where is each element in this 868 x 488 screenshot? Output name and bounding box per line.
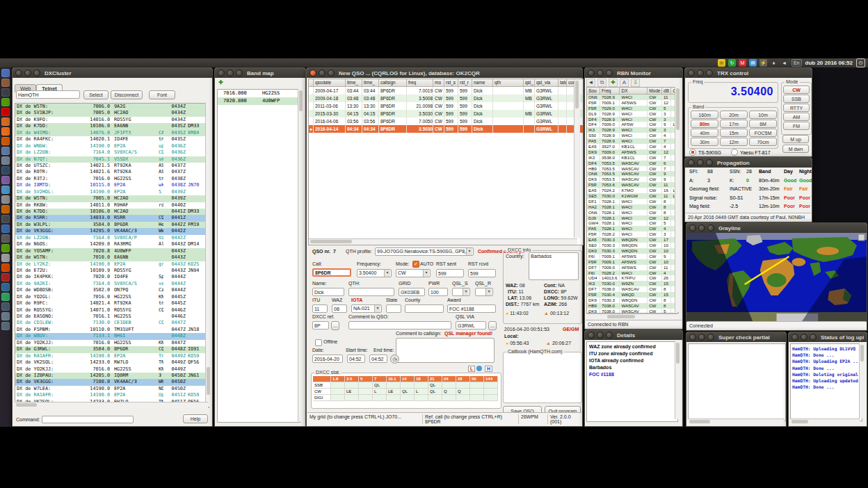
dx-spot-row[interactable]: DX de RA1AFR:14190.0EP2AUp 5. Tnx QSO!!!…	[15, 392, 209, 398]
download-icon[interactable]: ⇩	[631, 79, 640, 87]
column-header[interactable]: callsign	[379, 79, 407, 87]
dx-spot-row[interactable]: DX de G3RWL:3504.08P6DRCQ LONELY0448ZIO9…	[15, 346, 209, 352]
dx-spot-row[interactable]: DX de RK8W:14011.0R9HAFrda:TO.030440Z	[15, 202, 209, 209]
dx-spot-row[interactable]: DX de RO55YG:14071.0RO55YGCQ GAGARIN 550…	[15, 307, 209, 314]
end-time-input[interactable]	[369, 355, 387, 363]
grayline-titlebar[interactable]: Grayline	[686, 223, 867, 233]
qsl-via-input[interactable]	[456, 321, 486, 330]
column-header[interactable]: Sou	[587, 88, 600, 95]
rbn-row[interactable]: DF77009.0AF5WSCW11	[587, 265, 678, 270]
rbn-hscrollbar[interactable]	[586, 314, 677, 320]
dx-spot-row[interactable]: DX de W8UV:7133.1NH6I0448Z	[15, 333, 209, 339]
close-icon[interactable]	[689, 334, 696, 341]
close-icon[interactable]	[689, 225, 696, 231]
dx-spot-row[interactable]: DX de R5RR:14033.0R5RRCQ0441Z	[15, 215, 209, 221]
call-input[interactable]	[312, 268, 351, 277]
rbn-row[interactable]: DL97028.9W4CICW3	[587, 111, 678, 117]
close-icon[interactable]	[15, 70, 22, 76]
maximize-icon[interactable]	[606, 70, 613, 76]
maximize-icon[interactable]	[707, 334, 714, 341]
rbn-titlebar[interactable]: RBN Monitor	[585, 68, 682, 78]
minimize-icon[interactable]	[24, 70, 31, 76]
rbn-row[interactable]: F5R7053.6WA5CAVCW11	[587, 182, 678, 188]
rbn-row[interactable]: EA57024.2K7MOCW16L	[587, 188, 678, 193]
launcher-icon[interactable]	[1, 293, 10, 301]
launcher-icon[interactable]	[1, 273, 10, 282]
supercheck-hscrollbar[interactable]	[688, 418, 785, 425]
dx-spot-row[interactable]: DX de YO2GL:7016.0HG22SSKN05PS<> TU QSO0…	[15, 294, 209, 300]
mute-icon[interactable]: ◄	[586, 79, 595, 87]
dx-spot-row[interactable]: DX de I8MTD:10115.0EP2Awkd 1 up0438ZJN70	[15, 182, 209, 188]
launcher-icon[interactable]	[1, 312, 10, 320]
sync-icon[interactable]: ↻	[728, 59, 736, 67]
rst-sent-input[interactable]	[436, 269, 464, 277]
dx-spot-list[interactable]: DX de W5TN:7006.09A2G0434ZDX de SV1BJP:7…	[15, 103, 209, 408]
dx-spot-row[interactable]: DX de YO2KJJ:7016.0HG22SSKN05PS<> TU QSO…	[15, 340, 209, 346]
band-button-40m[interactable]: 40m	[691, 129, 718, 137]
minimize-icon[interactable]	[597, 70, 604, 76]
details-titlebar[interactable]: Details	[585, 330, 682, 340]
qsl-via-more-button[interactable]: ...	[488, 321, 497, 330]
bell-icon[interactable]: ♦	[770, 59, 778, 67]
hamqth-icon[interactable]: H	[485, 366, 492, 372]
rbn-row[interactable]: S507028.9W4CICW4	[587, 133, 678, 138]
close-icon[interactable]	[588, 332, 595, 339]
column-header[interactable]: qsodate	[314, 79, 346, 87]
column-header[interactable]: qth	[493, 79, 524, 87]
details-vscrollbar[interactable]	[675, 341, 681, 419]
qso-history-row[interactable]: 2016-04-0603:5603:568P6DR7.0050CW599599D…	[309, 117, 583, 125]
launcher-icon[interactable]	[1, 166, 10, 174]
launcher-icon[interactable]	[1, 244, 10, 252]
dx-spot-row[interactable]: DX de W7LEA:14190.0EP2ANO PROPOGATION TH…	[15, 386, 209, 392]
disconnect-button[interactable]: Disconnect	[111, 90, 143, 99]
font-button[interactable]: Font	[149, 90, 175, 99]
launcher-icon[interactable]	[1, 234, 10, 243]
rbn-row[interactable]: HA27028.1W4CICW8	[587, 204, 678, 210]
band-button-12m[interactable]: 12m	[720, 138, 748, 146]
rbn-row[interactable]: SE57030.0K1WGMCW11L	[587, 193, 678, 199]
qso-table-vscrollbar[interactable]	[574, 79, 580, 238]
rbn-row[interactable]: ON67053.5WA5CAVCW9	[587, 171, 678, 177]
rbn-row[interactable]: ON67028.1W4CICW8	[587, 210, 678, 215]
dxcluster-titlebar[interactable]: DXCluster	[13, 68, 212, 78]
dx-spot-row[interactable]: DX de K7DO:10106.0HC2AO0441ZDM33	[15, 209, 209, 215]
band-button-17m[interactable]: 17m	[720, 120, 748, 128]
dxcc-ref-more-button[interactable]: ...	[331, 321, 339, 330]
date-input[interactable]	[312, 355, 343, 363]
qth-input[interactable]	[348, 288, 394, 296]
launcher-icon[interactable]	[1, 147, 10, 155]
band-button-15m[interactable]: 15m	[720, 129, 748, 137]
minimize-icon[interactable]	[698, 225, 705, 231]
dx-spot-row[interactable]: DX de RA1AFR:14190.0EP2ATnx QSO!!!0449ZK…	[15, 353, 209, 359]
rbn-row[interactable]: IK37028.9W4CICW3	[587, 127, 678, 133]
qso-history-row[interactable]: 2011-03-0613:3013:308P6DR21.0098CW599599…	[309, 102, 583, 110]
rbn-row[interactable]: F5R7009.1AF5WSCW12	[587, 100, 678, 106]
qso-history-row[interactable]: ▸2016-04-1404:3404:348P6DR3.5030CW599599…	[309, 125, 583, 133]
maximize-icon[interactable]	[706, 70, 713, 76]
minimize-icon[interactable]	[697, 70, 704, 76]
messaging-icon[interactable]: M	[739, 59, 746, 67]
font-icon[interactable]: A	[620, 79, 629, 87]
dx-spot-row[interactable]: DX de VK3GGG:14295.0VK4AAC/3WWFF VKFF-09…	[15, 228, 209, 234]
rbn-row[interactable]: IK33538.0KB1CLCW7	[587, 155, 678, 161]
rbn-row[interactable]: EA53527.0KB1CLCW4	[587, 144, 678, 149]
maximize-icon[interactable]	[810, 334, 817, 341]
county-input[interactable]	[405, 304, 444, 313]
rbn-row[interactable]: DK97053.5WA5CAVCW9	[587, 177, 678, 182]
qso-table-hscrollbar[interactable]	[309, 238, 577, 245]
launcher-icon[interactable]	[1, 156, 10, 165]
rbn-row[interactable]: IK37030.0W9ZNCW15	[587, 281, 678, 286]
dx-spot-row[interactable]: DX de YO2KJJ:7016.0HG22SSKN05PS<>0449Z	[15, 366, 209, 373]
close-icon[interactable]	[688, 70, 695, 76]
dx-spot-row[interactable]: DX de K9FO:14016.0RO55YG0434Z	[15, 117, 209, 123]
launcher-icon[interactable]	[1, 176, 10, 184]
minimize-icon[interactable]	[698, 334, 705, 341]
dx-spot-row[interactable]: DX de LY2KZ:14190.0EP2Agrz W6 W70443ZKO2…	[15, 261, 209, 268]
dx-spot-row[interactable]: DX de VK2SOL:14233.0RW7LOTNX VLAD QSO UT…	[15, 359, 209, 366]
rbn-row[interactable]: F5R7030.4W8QDCW15	[587, 292, 678, 298]
dx-spot-row[interactable]: DX de W5TN:7005.0HC2AO0439Z	[15, 195, 209, 202]
rbn-row[interactable]: DF17028.1W4CICW8	[587, 199, 678, 204]
supercheck-titlebar[interactable]: Super check partial	[686, 332, 786, 342]
mail-icon[interactable]: ✉	[718, 59, 725, 67]
rbn-row[interactable]: ON67028.9W4CICW11	[587, 95, 678, 100]
